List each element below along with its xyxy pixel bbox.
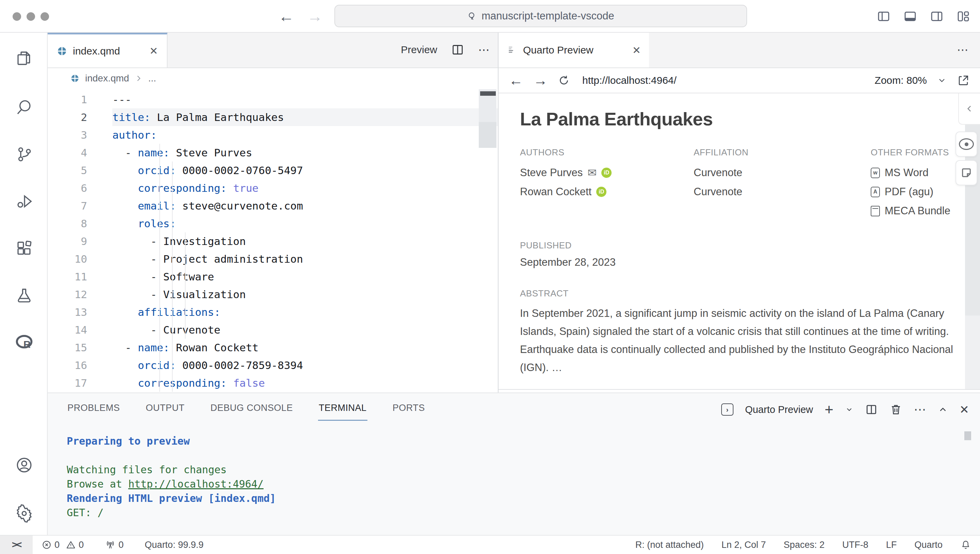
preview-url[interactable]: http://localhost:4964/	[582, 75, 676, 86]
remote-indicator[interactable]: ><	[0, 536, 33, 554]
code-line[interactable]: 12 - Visualization	[48, 286, 498, 303]
language-mode-status[interactable]: Quarto	[914, 540, 943, 550]
orcid-icon[interactable]: iD	[601, 168, 612, 178]
indentation-status[interactable]: Spaces: 2	[784, 540, 824, 550]
problems-status[interactable]: 0 0	[41, 540, 84, 550]
toggle-panel-icon[interactable]	[903, 9, 917, 24]
breadcrumb-file[interactable]: index.qmd	[85, 73, 129, 84]
terminal-output[interactable]: Preparing to preview Watching files for …	[67, 434, 276, 520]
code-line[interactable]: 10 - Project administration	[48, 250, 498, 268]
code-line[interactable]: 17 corresponding: false	[48, 374, 498, 392]
format-link[interactable]: MECA Bundle	[871, 201, 980, 220]
code-line[interactable]: 7 email: steve@curvenote.com	[48, 197, 498, 215]
toggle-primary-sidebar-icon[interactable]	[877, 9, 891, 24]
extensions-icon[interactable]	[15, 239, 33, 257]
testing-icon[interactable]	[15, 286, 33, 305]
more-actions-icon[interactable]: ⋯	[478, 44, 490, 56]
split-terminal-icon[interactable]	[865, 403, 878, 416]
chevron-down-icon[interactable]	[937, 76, 947, 85]
window-controls	[13, 12, 49, 21]
editor-scrollbar[interactable]	[479, 89, 496, 148]
chevron-up-icon[interactable]	[938, 404, 948, 415]
panel-tab-problems[interactable]: PROBLEMS	[67, 398, 121, 418]
code-line[interactable]: 16 orcid: 0000-0002-7859-8394	[48, 356, 498, 374]
format-label: PDF (agu)	[885, 186, 933, 198]
more-actions-icon[interactable]: ⋯	[957, 44, 969, 56]
r-language-icon[interactable]: R	[15, 333, 33, 351]
note-icon	[960, 167, 972, 179]
new-terminal-icon[interactable]: +	[825, 402, 834, 417]
breadcrumb-more[interactable]: ...	[148, 73, 156, 84]
code-line[interactable]: 13 affiliations:	[48, 303, 498, 321]
code-line[interactable]: 2title: La Palma Earthquakes	[48, 109, 498, 126]
command-center-search[interactable]: manuscript-template-vscode	[334, 5, 747, 27]
run-debug-icon[interactable]	[15, 192, 33, 211]
more-actions-icon[interactable]: ⋯	[914, 403, 926, 416]
split-editor-icon[interactable]	[451, 43, 465, 57]
zoom-window-icon[interactable]	[41, 12, 49, 21]
reader-mode-button[interactable]	[956, 131, 977, 157]
annotate-button[interactable]	[956, 160, 977, 185]
search-icon[interactable]	[15, 98, 33, 117]
code-line[interactable]: 15 - name: Rowan Cockett	[48, 338, 498, 356]
terminal-scrollbar[interactable]	[964, 431, 971, 440]
r-status[interactable]: R: (not attached)	[635, 540, 704, 550]
quarto-preview-button[interactable]: Preview	[401, 44, 437, 56]
code-editor[interactable]: 1---2title: La Palma Earthquakes3author:…	[48, 88, 498, 393]
forward-arrow-icon[interactable]: →	[533, 73, 547, 88]
line-number: 12	[48, 286, 112, 303]
chevron-down-icon[interactable]	[845, 406, 853, 414]
quarto-file-icon	[70, 73, 80, 83]
code-line[interactable]: 14 - Curvenote	[48, 321, 498, 338]
zoom-level[interactable]: Zoom: 80%	[875, 75, 927, 86]
back-arrow-icon[interactable]: ←	[509, 73, 523, 88]
customize-layout-icon[interactable]	[956, 9, 970, 24]
tab-quarto-preview[interactable]: Quarto Preview ✕	[498, 33, 649, 67]
quarto-version-status[interactable]: Quarto: 99.9.9	[145, 540, 204, 550]
panel-tab-debug-console[interactable]: DEBUG CONSOLE	[210, 398, 294, 418]
cursor-position-status[interactable]: Ln 2, Col 7	[722, 540, 766, 550]
ports-status[interactable]: 0	[105, 540, 124, 550]
ports-count: 0	[118, 540, 124, 550]
code-line[interactable]: 6 corresponding: true	[48, 179, 498, 197]
code-line[interactable]: 1---	[48, 91, 498, 109]
eye-icon	[959, 138, 974, 150]
code-line[interactable]: 8 roles:	[48, 215, 498, 232]
encoding-status[interactable]: UTF-8	[842, 540, 868, 550]
eol-status[interactable]: LF	[886, 540, 897, 550]
orcid-icon[interactable]: iD	[596, 187, 606, 197]
code-line[interactable]: 11 - Software	[48, 268, 498, 286]
panel-tab-terminal[interactable]: TERMINAL	[318, 398, 368, 418]
terminal-link[interactable]: http://localhost:4964/	[128, 478, 264, 490]
bell-icon[interactable]	[960, 540, 971, 550]
panel-tab-ports[interactable]: PORTS	[392, 398, 426, 418]
quarto-file-icon	[57, 46, 67, 57]
close-window-icon[interactable]	[13, 12, 21, 21]
close-panel-icon[interactable]: ✕	[959, 404, 969, 415]
toc-collapse-button[interactable]	[958, 93, 980, 125]
code-line[interactable]: 5 orcid: 0000-0002-0760-5497	[48, 161, 498, 179]
close-icon[interactable]: ✕	[632, 44, 641, 56]
document-meta: AUTHORS Steve Purves✉iDRowan CockettiD A…	[520, 147, 980, 220]
mail-icon[interactable]: ✉	[587, 167, 597, 178]
terminal-session-label[interactable]: Quarto Preview	[745, 404, 813, 415]
panel-tab-output[interactable]: OUTPUT	[145, 398, 185, 418]
toggle-secondary-sidebar-icon[interactable]	[930, 9, 944, 24]
code-line[interactable]: 9 - Investigation	[48, 232, 498, 250]
close-icon[interactable]: ✕	[150, 45, 158, 57]
open-external-icon[interactable]	[957, 74, 970, 87]
explorer-icon[interactable]	[15, 49, 33, 67]
line-number: 16	[48, 356, 112, 374]
minimize-window-icon[interactable]	[27, 12, 35, 21]
line-number: 8	[48, 215, 112, 232]
history-back-icon[interactable]: ←	[278, 7, 294, 26]
code-line[interactable]: 4 - name: Steve Purves	[48, 144, 498, 161]
code-line[interactable]: 3author:	[48, 126, 498, 144]
account-icon[interactable]	[15, 456, 33, 474]
trash-icon[interactable]	[889, 403, 902, 416]
pdf-format-icon: A	[871, 187, 880, 197]
settings-gear-icon[interactable]	[15, 504, 33, 523]
tab-index-qmd[interactable]: index.qmd ✕	[48, 33, 167, 67]
reload-icon[interactable]	[558, 74, 570, 86]
source-control-icon[interactable]	[15, 145, 33, 164]
